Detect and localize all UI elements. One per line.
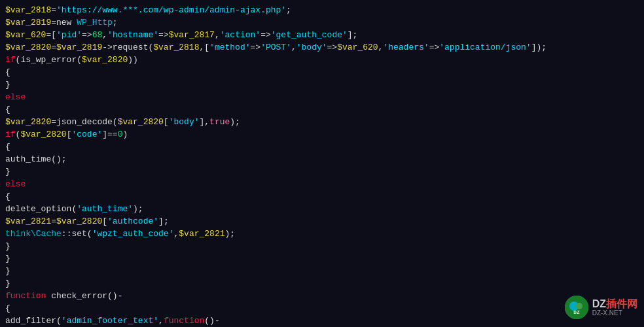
- code-token: ],: [199, 117, 209, 127]
- code-token: ]==: [102, 129, 117, 139]
- code-token: $var_2820: [20, 129, 66, 139]
- table-row: {: [5, 66, 639, 78]
- code-token: $var_620: [337, 43, 378, 52]
- code-token: true: [209, 117, 230, 127]
- code-token: $var_2817: [169, 30, 215, 40]
- table-row: {: [5, 302, 639, 315]
- code-token: =: [51, 43, 56, 52]
- table-row: {: [5, 141, 639, 153]
- table-row: delete_option('auth_time');: [5, 203, 639, 215]
- code-token: $var_2818: [153, 43, 199, 52]
- code-token: ];: [158, 216, 169, 226]
- code-token: =>: [251, 43, 261, 52]
- code-editor: $var_2818='https://www.***.com/wp-admin/…: [0, 0, 644, 327]
- code-token: check_error()-: [46, 291, 122, 301]
- table-row: }: [5, 78, 639, 91]
- code-token: =>: [429, 43, 440, 52]
- code-token: if: [5, 129, 16, 139]
- code-content: $var_2818='https://www.***.com/wp-admin/…: [5, 4, 639, 327]
- table-row: else: [5, 91, 639, 103]
- code-token: }: [5, 167, 10, 177]
- code-token: ];: [348, 30, 358, 40]
- code-token: $var_2820: [118, 117, 164, 127]
- table-row: {: [5, 190, 639, 203]
- code-token: =[: [46, 30, 56, 40]
- code-token: if: [5, 55, 16, 65]
- code-token: =json_decode(: [51, 117, 117, 127]
- code-token: think\Cache: [5, 229, 62, 239]
- code-token: 'pid': [56, 30, 82, 40]
- code-token: =>: [158, 30, 169, 40]
- code-token: {: [5, 142, 10, 152]
- code-token: 'headers': [383, 43, 429, 52]
- code-token: 'code': [71, 129, 102, 139]
- table-row: if($var_2820['code']==0): [5, 128, 639, 141]
- code-token: 'admin_footer_text': [62, 316, 158, 326]
- code-token: ,: [158, 316, 164, 326]
- code-token: else: [5, 179, 26, 189]
- code-token: 'https://www.***.com/wp-admin/admin-ajax…: [56, 5, 286, 15]
- table-row: $var_620=['pid'=>68,'hostname'=>$var_281…: [5, 29, 639, 41]
- table-row: }: [5, 265, 639, 277]
- code-token: {: [5, 303, 10, 313]
- code-token: ]);: [531, 43, 546, 52]
- code-token: }: [5, 254, 10, 264]
- table-row: else: [5, 178, 639, 190]
- code-token: ()-: [204, 316, 219, 326]
- code-token: else: [5, 92, 26, 102]
- code-token: {: [5, 192, 10, 201]
- code-token: );: [230, 117, 240, 127]
- code-token: ->request(: [102, 43, 153, 52]
- code-token: ,: [102, 30, 107, 40]
- table-row: $var_2818='https://www.***.com/wp-admin/…: [5, 4, 639, 16]
- code-token: 'wpzt_auth_code': [92, 229, 174, 239]
- code-token: {: [5, 67, 10, 77]
- code-token: $var_2820: [5, 43, 51, 52]
- code-token: $var_2818: [5, 5, 51, 15]
- table-row: auth_time();: [5, 153, 639, 165]
- code-token: }: [5, 80, 10, 90]
- code-token: WP_Http: [77, 18, 113, 27]
- code-token: );: [225, 229, 236, 239]
- table-row: $var_2821=$var_2820['authcode'];: [5, 215, 639, 228]
- code-token: [: [102, 216, 107, 226]
- code-token: =: [51, 5, 56, 15]
- code-token: $var_2821: [5, 216, 51, 226]
- table-row: $var_2820=$var_2819->request($var_2818,[…: [5, 41, 639, 54]
- watermark-dz: DZ: [592, 298, 606, 309]
- table-row: function check_error()-: [5, 290, 639, 302]
- table-row: {: [5, 103, 639, 116]
- watermark: DZ DZ插件网 DZ-X.NET: [565, 296, 637, 319]
- table-row: think\Cache::set('wpzt_auth_code',$var_2…: [5, 228, 639, 240]
- code-token: =>: [327, 43, 338, 52]
- code-token: (is_wp_error(: [16, 55, 82, 65]
- watermark-logo: DZ: [565, 296, 588, 319]
- code-token: 'body': [169, 117, 200, 127]
- code-token: ,: [291, 43, 296, 52]
- svg-text:DZ: DZ: [573, 309, 580, 315]
- code-token: =>: [260, 30, 271, 40]
- code-token: $var_2821: [179, 229, 224, 239]
- table-row: if(is_wp_error($var_2820)): [5, 54, 639, 66]
- table-row: $var_2820=json_decode($var_2820['body'],…: [5, 116, 639, 128]
- code-token: =>: [82, 30, 92, 40]
- code-token: delete_option(: [5, 204, 77, 214]
- code-token: $var_2820: [56, 216, 102, 226]
- table-row: }: [5, 252, 639, 265]
- code-token: =: [51, 216, 56, 226]
- code-token: ;: [286, 5, 291, 15]
- code-token: $var_2820: [5, 117, 51, 127]
- code-token: =new: [51, 18, 77, 27]
- code-token: 'auth_time': [77, 204, 133, 214]
- code-token: ,[: [199, 43, 209, 52]
- table-row: }: [5, 277, 639, 290]
- code-token: add_filter(: [5, 316, 62, 326]
- code-token: function: [164, 316, 204, 326]
- code-token: 'authcode': [107, 216, 158, 226]
- watermark-plugin: 插件网: [606, 298, 637, 309]
- svg-point-2: [576, 303, 582, 309]
- table-row: }: [5, 240, 639, 252]
- code-token: [: [164, 117, 169, 127]
- code-token: }: [5, 241, 10, 251]
- code-token: $var_2819: [56, 43, 102, 52]
